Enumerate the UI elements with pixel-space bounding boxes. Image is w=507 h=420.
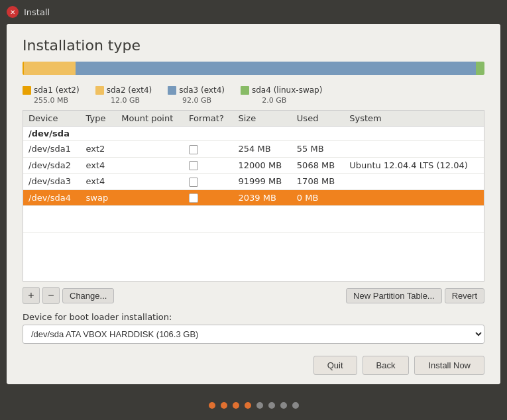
dot-2 [221, 402, 227, 409]
legend-color-sda2 [95, 86, 104, 95]
col-device: Device [23, 111, 81, 127]
row-mount [116, 141, 184, 158]
legend-item-sda3: sda3 (ext4) [168, 85, 225, 95]
row-used: 55 MB [292, 141, 344, 158]
row-system [344, 174, 484, 190]
legend-label-sda4: sda4 (linux-swap) [252, 85, 322, 95]
legend-label-sda1: sda1 (ext2) [34, 85, 80, 95]
legend-label-sda3: sda3 (ext4) [179, 85, 225, 95]
row-device: /dev/sda4 [23, 189, 81, 206]
row-device: /dev/sda1 [23, 141, 81, 158]
back-button[interactable]: Back [363, 356, 410, 375]
bootloader-section: Device for boot loader installation: /de… [23, 312, 484, 344]
remove-partition-button[interactable]: − [42, 287, 60, 304]
dot-5 [256, 402, 263, 409]
quit-button[interactable]: Quit [313, 356, 357, 375]
col-system: System [344, 111, 484, 127]
footer: Quit Back Install Now [7, 349, 500, 384]
legend-color-sda4 [241, 86, 249, 95]
dot-7 [280, 402, 287, 409]
table-row-empty [23, 206, 484, 233]
row-mount [116, 157, 184, 174]
add-partition-button[interactable]: + [23, 287, 40, 304]
row-size: 2039 MB [233, 189, 291, 206]
dot-4 [245, 402, 251, 409]
table-body: /dev/sda /dev/sda1 ext2 254 MB 55 MB /de… [23, 127, 484, 233]
row-format[interactable] [184, 157, 233, 174]
partition-actions-row: + − Change... New Partition Table... Rev… [23, 287, 484, 304]
table-row[interactable]: /dev/sda3 ext4 91999 MB 1708 MB [23, 174, 484, 190]
titlebar-title: Install [24, 7, 50, 17]
titlebar: Install [0, 0, 507, 24]
window-header: Installation type [7, 24, 500, 85]
device-header-label: /dev/sda [23, 127, 484, 141]
col-used: Used [292, 111, 344, 127]
col-size: Size [233, 111, 291, 127]
install-now-button[interactable]: Install Now [414, 356, 484, 375]
row-system [344, 189, 484, 206]
dot-6 [268, 402, 275, 409]
bootloader-label: Device for boot loader installation: [23, 312, 484, 322]
row-device: /dev/sda2 [23, 157, 81, 174]
dot-8 [292, 402, 299, 409]
legend-item-sda1: sda1 (ext2) [23, 85, 80, 95]
row-size: 254 MB [233, 141, 291, 158]
format-checkbox[interactable] [189, 161, 198, 170]
dot-3 [233, 402, 239, 409]
row-system: Ubuntu 12.04.4 LTS (12.04) [344, 157, 484, 174]
legend-size-sda2: 12.0 GB [111, 96, 140, 105]
row-size: 91999 MB [233, 174, 291, 190]
format-checkbox[interactable] [189, 193, 198, 203]
partition-table: Device Type Mount point Format? Size Use… [23, 111, 484, 233]
row-used: 1708 MB [292, 174, 344, 190]
row-mount [116, 174, 184, 190]
page-title: Installation type [23, 37, 484, 54]
change-partition-button[interactable]: Change... [62, 288, 114, 303]
partition-bar [23, 62, 484, 75]
table-row[interactable]: /dev/sda2 ext4 12000 MB 5068 MB Ubuntu 1… [23, 157, 484, 174]
partition-legend-section: sda1 (ext2) sda2 (ext4) sda3 (ext4) sda4… [7, 85, 500, 110]
legend-color-sda1 [23, 86, 31, 95]
legend-sizes-row: 255.0 MB 12.0 GB 92.0 GB 2.0 GB [23, 96, 484, 105]
table-header: Device Type Mount point Format? Size Use… [23, 111, 484, 127]
partition-segment-sda4 [476, 62, 484, 75]
row-device: /dev/sda3 [23, 174, 81, 190]
row-mount [116, 189, 184, 206]
row-used: 5068 MB [292, 157, 344, 174]
partition-segment-sda2 [24, 62, 76, 75]
main-window: Installation type sda1 (ext2) sda2 (ext4… [7, 24, 500, 384]
row-type: swap [81, 189, 117, 206]
format-checkbox[interactable] [189, 178, 198, 187]
row-size: 12000 MB [233, 157, 291, 174]
legend-row: sda1 (ext2) sda2 (ext4) sda3 (ext4) sda4… [23, 85, 484, 95]
revert-button[interactable]: Revert [445, 288, 484, 303]
bootloader-select[interactable]: /dev/sda ATA VBOX HARDDISK (106.3 GB) [23, 325, 484, 344]
row-system [344, 141, 484, 158]
new-partition-table-button[interactable]: New Partition Table... [346, 288, 442, 303]
row-type: ext4 [81, 174, 117, 190]
row-format[interactable] [184, 189, 233, 206]
legend-size-sda3: 92.0 GB [182, 96, 211, 105]
close-button[interactable] [7, 6, 19, 18]
row-format[interactable] [184, 141, 233, 158]
legend-label-sda2: sda2 (ext4) [107, 85, 152, 95]
row-type: ext2 [81, 141, 117, 158]
partition-segment-sda3 [76, 62, 475, 75]
legend-item-sda4: sda4 (linux-swap) [241, 85, 322, 95]
col-format: Format? [184, 111, 233, 127]
dot-1 [209, 402, 215, 409]
legend-size-sda4: 2.0 GB [262, 96, 286, 105]
row-type: ext4 [81, 157, 117, 174]
legend-color-sda3 [168, 86, 176, 95]
row-format[interactable] [184, 174, 233, 190]
col-type: Type [81, 111, 117, 127]
legend-item-sda2: sda2 (ext4) [95, 85, 152, 95]
format-checkbox[interactable] [189, 145, 198, 154]
table-row[interactable]: /dev/sda4 swap 2039 MB 0 MB [23, 189, 484, 206]
partition-table-container[interactable]: Device Type Mount point Format? Size Use… [23, 110, 484, 282]
legend-size-sda1: 255.0 MB [34, 96, 68, 105]
table-row[interactable]: /dev/sda1 ext2 254 MB 55 MB [23, 141, 484, 158]
table-row[interactable]: /dev/sda [23, 127, 484, 141]
row-used: 0 MB [292, 189, 344, 206]
col-mount: Mount point [116, 111, 184, 127]
